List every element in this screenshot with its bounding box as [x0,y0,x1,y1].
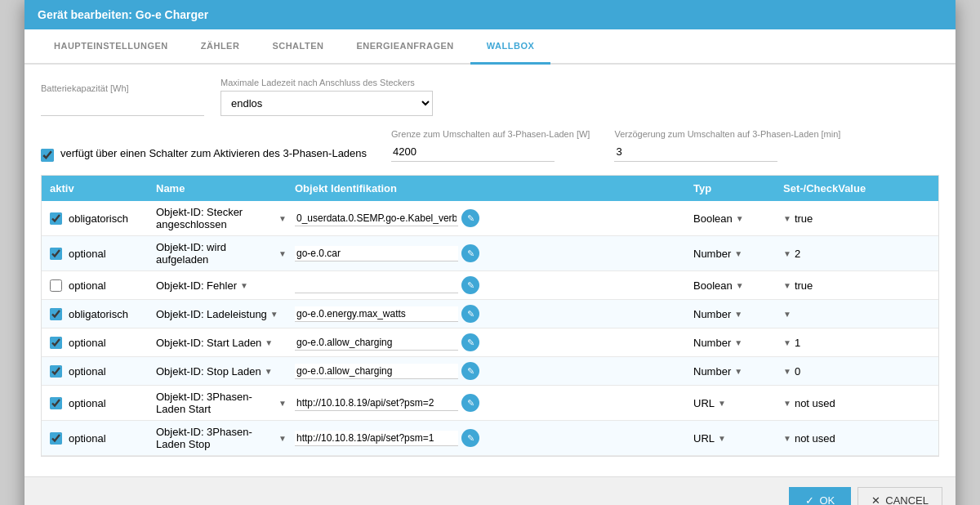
row-objekt-name-4: Objekt-ID: Start Laden [156,337,261,349]
typ-dropdown-2[interactable]: ▼ [736,281,744,290]
objekt-id-input-4[interactable] [295,335,458,351]
edit-btn-5[interactable]: ✎ [461,362,479,380]
setcheck-value-4: 1 [795,337,800,349]
cell-aktiv-3: obligatorisch [50,308,148,320]
table-row: optional Objekt-ID: wird aufgeladen ▼ ✎ … [42,236,938,271]
typ-dropdown-5[interactable]: ▼ [734,367,742,376]
cell-aktiv-5: optional [50,365,148,378]
cell-name-2: Objekt-ID: Fehler ▼ [156,279,287,292]
typ-dropdown-7[interactable]: ▼ [718,434,726,443]
row-checkbox-7[interactable] [50,432,62,445]
ok-button[interactable]: ✓ OK [789,487,851,505]
setcheck-value-5: 0 [795,365,800,378]
ok-icon: ✓ [805,494,814,505]
switch-checkbox[interactable] [41,149,54,162]
edit-btn-1[interactable]: ✎ [461,244,479,262]
edit-btn-3[interactable]: ✎ [461,305,479,323]
max-charge-group: Maximale Ladezeit nach Anschluss des Ste… [220,78,433,116]
setcheck-dropdown-3[interactable]: ▼ [783,310,791,319]
setcheck-dropdown-7[interactable]: ▼ [783,434,791,443]
typ-value-3: Number [693,308,731,320]
row-checkbox-3[interactable] [50,308,62,320]
col-aktiv: aktiv [50,182,148,194]
edit-btn-4[interactable]: ✎ [461,333,479,351]
setcheck-dropdown-4[interactable]: ▼ [783,338,791,347]
name-dropdown-6[interactable]: ▼ [278,399,287,408]
tab-schalten[interactable]: SCHALTEN [256,29,340,65]
edit-btn-7[interactable]: ✎ [461,429,479,447]
row-checkbox-1[interactable] [50,248,62,260]
row-name-type-2: optional [69,279,106,292]
name-dropdown-7[interactable]: ▼ [278,434,287,443]
name-dropdown-4[interactable]: ▼ [265,338,273,347]
cell-name-3: Objekt-ID: Ladeleistung ▼ [156,308,287,320]
name-dropdown-5[interactable]: ▼ [265,367,273,376]
row-checkbox-5[interactable] [50,365,62,378]
cell-name-0: Objekt-ID: Stecker angeschlossen ▼ [156,206,287,230]
col-setcheck: Set-/CheckValue [783,182,930,194]
battery-input[interactable] [41,96,204,116]
row-checkbox-6[interactable] [50,397,62,409]
delay-input[interactable] [614,142,777,162]
setcheck-value-1: 2 [795,248,800,260]
row-name-type-5: optional [69,365,106,378]
typ-dropdown-0[interactable]: ▼ [736,214,744,223]
row-checkbox-2[interactable] [50,279,62,292]
edit-btn-6[interactable]: ✎ [461,394,479,412]
setcheck-dropdown-0[interactable]: ▼ [783,214,791,223]
objekt-id-input-0[interactable] [295,211,458,226]
name-dropdown-2[interactable]: ▼ [240,281,248,290]
dialog-footer: ✓ OK ✕ CANCEL [24,476,956,505]
edit-btn-2[interactable]: ✎ [461,276,479,294]
table-header: aktiv Name Objekt Identifikation Typ Set… [42,176,938,201]
typ-value-6: URL [693,397,715,409]
cell-aktiv-2: optional [50,279,148,292]
typ-value-2: Boolean [693,279,733,292]
name-dropdown-3[interactable]: ▼ [270,310,278,319]
edit-btn-0[interactable]: ✎ [461,209,479,227]
typ-dropdown-3[interactable]: ▼ [734,310,742,319]
setcheck-value-0: true [795,212,813,225]
setcheck-dropdown-1[interactable]: ▼ [783,249,791,258]
objekt-id-input-2[interactable] [295,278,458,293]
row-objekt-name-5: Objekt-ID: Stop Laden [156,365,261,378]
objekt-id-input-7[interactable] [295,431,458,446]
row-name-type-7: optional [69,432,106,445]
cell-aktiv-6: optional [50,397,148,409]
row-objekt-name-7: Objekt-ID: 3Phasen-Laden Stop [156,426,275,450]
tab-zaehler[interactable]: ZÄHLER [185,29,256,65]
setcheck-value-7: not used [795,432,835,445]
objekt-id-input-1[interactable] [295,246,458,261]
phase-switch-input[interactable] [391,142,555,162]
objekt-id-input-3[interactable] [295,306,458,322]
typ-dropdown-1[interactable]: ▼ [734,249,742,258]
name-dropdown-0[interactable]: ▼ [278,214,287,223]
cell-aktiv-4: optional [50,337,148,349]
typ-dropdown-4[interactable]: ▼ [734,338,742,347]
objekt-id-input-6[interactable] [295,396,458,411]
name-dropdown-1[interactable]: ▼ [278,249,287,258]
setcheck-dropdown-5[interactable]: ▼ [783,367,791,376]
objekt-id-input-5[interactable] [295,364,458,379]
typ-value-0: Boolean [693,212,733,225]
tab-energieanfragen[interactable]: ENERGIEANFRAGEN [340,29,470,65]
setcheck-dropdown-2[interactable]: ▼ [783,281,791,290]
cell-name-6: Objekt-ID: 3Phasen-Laden Start ▼ [156,391,287,415]
typ-dropdown-6[interactable]: ▼ [718,399,726,408]
max-charge-select[interactable]: endlos [220,91,433,116]
cell-objekt-5: ✎ [295,362,685,380]
typ-value-7: URL [693,432,715,445]
cell-objekt-0: ✎ [295,209,685,227]
row-checkbox-0[interactable] [50,212,62,225]
cell-setcheck-2: ▼ true [783,279,930,292]
setcheck-dropdown-6[interactable]: ▼ [783,399,791,408]
table-row: optional Objekt-ID: Start Laden ▼ ✎ Numb… [42,328,938,357]
tab-wallbox[interactable]: WALLBOX [470,29,551,65]
row-checkbox-4[interactable] [50,337,62,349]
row-objekt-name-0: Objekt-ID: Stecker angeschlossen [156,206,275,230]
tab-haupteinstellungen[interactable]: HAUPTEINSTELLUNGEN [38,29,185,65]
delay-group: Verzögerung zum Umschalten auf 3-Phasen-… [614,129,840,162]
cancel-button[interactable]: ✕ CANCEL [858,487,942,505]
table-row: obligatorisch Objekt-ID: Ladeleistung ▼ … [42,300,938,328]
switch-checkbox-label[interactable]: verfügt über einen Schalter zum Aktivier… [41,147,367,162]
